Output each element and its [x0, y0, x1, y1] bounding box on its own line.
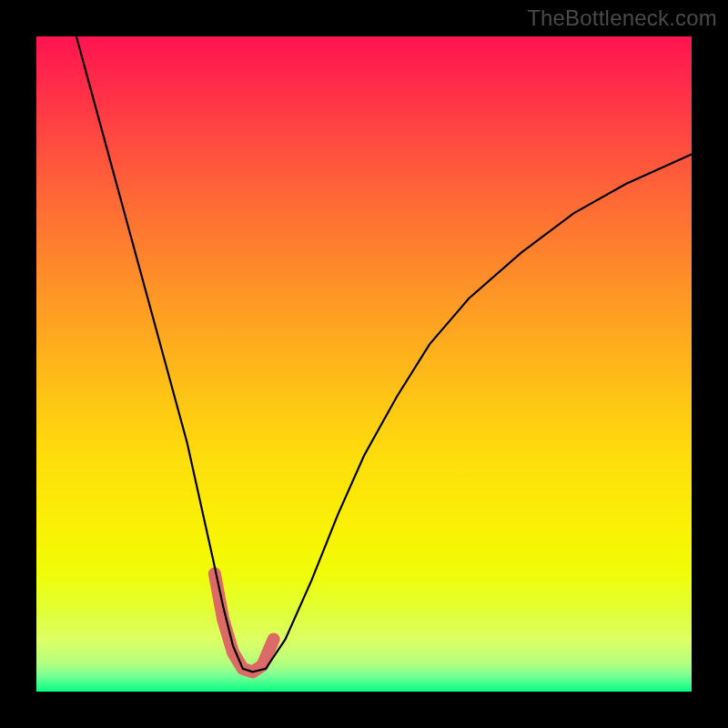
watermark-text: TheBottleneck.com: [527, 5, 717, 31]
highlight-segment: [215, 573, 274, 672]
bottleneck-curve: [69, 36, 692, 672]
chart-frame: TheBottleneck.com: [0, 0, 728, 728]
plot-area: [36, 36, 692, 692]
curve-layer: [36, 36, 692, 692]
